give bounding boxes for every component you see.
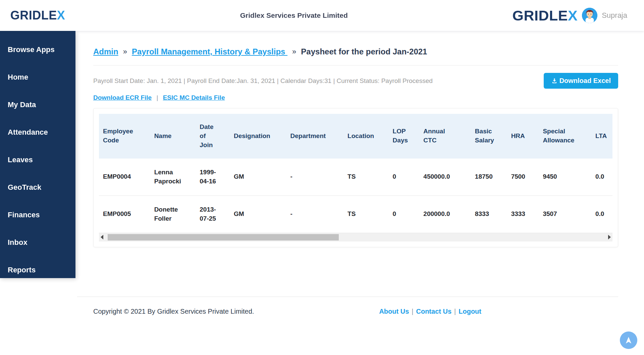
table-cell: 3333 bbox=[507, 195, 539, 233]
table-cell: TS bbox=[343, 195, 389, 233]
column-header-department: Department bbox=[286, 114, 344, 159]
sidebar-logo[interactable]: GRIDLEX bbox=[0, 0, 75, 31]
breadcrumb-separator-icon: » bbox=[123, 47, 127, 56]
table-cell-value: Lenna Paprocki bbox=[154, 168, 181, 186]
table-header-row: Employee CodeNameDate of JoinDesignation… bbox=[99, 114, 612, 159]
horizontal-scrollbar[interactable] bbox=[99, 233, 612, 241]
breadcrumb-current: Paysheet for the period Jan-2021 bbox=[301, 47, 427, 56]
breadcrumb-separator-icon: » bbox=[292, 47, 296, 56]
sidebar-item-geotrack[interactable]: GeoTrack bbox=[8, 183, 75, 192]
scroll-left-arrow-icon[interactable] bbox=[101, 235, 103, 239]
table-cell: EMP0004 bbox=[99, 159, 150, 195]
footer: Copyright © 2021 By Gridlex Services Pri… bbox=[77, 297, 618, 315]
table-cell-value: 8333 bbox=[475, 210, 489, 219]
copyright-text: Copyright © 2021 By Gridlex Services Pri… bbox=[93, 308, 254, 315]
table-cell: 0.0 bbox=[591, 195, 612, 233]
sidebar-item-label: Finances bbox=[8, 211, 40, 219]
avatar-woman-icon bbox=[582, 8, 597, 23]
gridlex-logo-left: GRIDLEX bbox=[10, 8, 65, 23]
table-cell-value: GM bbox=[234, 172, 244, 181]
esic-mc-details-file-link[interactable]: ESIC MC Details File bbox=[163, 94, 225, 101]
table-cell-value: 0 bbox=[393, 210, 396, 219]
user-avatar[interactable] bbox=[582, 8, 597, 23]
sidebar-item-attendance[interactable]: Attendance bbox=[8, 128, 75, 137]
sidebar-item-home[interactable]: Home bbox=[8, 73, 75, 82]
sidebar-item-inbox[interactable]: Inbox bbox=[8, 238, 75, 247]
column-header-label: LOP Days bbox=[393, 127, 408, 145]
column-header-label: Annual CTC bbox=[423, 127, 445, 145]
sidebar-item-browse-apps[interactable]: Browse Apps bbox=[8, 45, 75, 54]
column-header-lop-days: LOP Days bbox=[389, 114, 420, 159]
sidebar-item-my-data[interactable]: My Data bbox=[8, 100, 75, 109]
footer-link-about-us[interactable]: About Us bbox=[379, 308, 409, 315]
table-cell: GM bbox=[230, 195, 286, 233]
column-header-designation: Designation bbox=[230, 114, 286, 159]
gridlex-logo-right: GRIDLEX bbox=[513, 7, 578, 24]
table-cell: Lenna Paprocki bbox=[150, 159, 196, 195]
download-excel-button[interactable]: Download Excel bbox=[544, 73, 618, 89]
footer-links: About Us|Contact Us|Logout bbox=[379, 308, 481, 315]
sidebar-item-reports[interactable]: Reports bbox=[8, 265, 75, 274]
top-header: GRIDLEX Gridlex Services Private Limited… bbox=[0, 0, 644, 31]
column-header-label: Name bbox=[154, 132, 172, 141]
table-cell-value: 450000.0 bbox=[423, 172, 450, 181]
main-content: Admin » Payroll Management, History & Pa… bbox=[75, 0, 644, 315]
table-cell-value: TS bbox=[347, 172, 356, 181]
footer-link-contact-us[interactable]: Contact Us bbox=[416, 308, 451, 315]
scrollbar-thumb[interactable] bbox=[108, 234, 339, 240]
table-cell-value: 3507 bbox=[543, 210, 557, 219]
sidebar-item-label: Inbox bbox=[8, 238, 28, 247]
column-header-special-allowance: Special Allowance bbox=[539, 114, 591, 159]
table-cell-value: GM bbox=[234, 210, 244, 219]
table-cell-value: 7500 bbox=[511, 172, 525, 181]
column-header-label: Special Allowance bbox=[543, 127, 574, 145]
column-header-label: Department bbox=[290, 132, 326, 141]
column-header-label: Date of Join bbox=[200, 123, 213, 150]
file-links-separator: | bbox=[156, 94, 158, 101]
paysheet-table: Employee CodeNameDate of JoinDesignation… bbox=[99, 114, 612, 233]
sidebar-item-label: Browse Apps bbox=[8, 45, 55, 54]
table-cell: 8333 bbox=[471, 195, 507, 233]
table-cell-value: 9450 bbox=[543, 172, 557, 181]
sidebar-item-leaves[interactable]: Leaves bbox=[8, 155, 75, 164]
sidebar-item-label: My Data bbox=[8, 100, 36, 109]
user-name: Supraja bbox=[602, 11, 627, 20]
table-cell-value: 0.0 bbox=[595, 210, 604, 219]
table-cell: - bbox=[286, 159, 344, 195]
sidebar: Browse AppsHomeMy DataAttendanceLeavesGe… bbox=[0, 31, 75, 278]
table-cell-value: 2013-07-25 bbox=[200, 205, 216, 223]
column-header-lta: LTA bbox=[591, 114, 612, 159]
table-cell-value: 18750 bbox=[475, 172, 493, 181]
table-cell-value: EMP0004 bbox=[103, 172, 131, 181]
paysheet-table-card: Employee CodeNameDate of JoinDesignation… bbox=[93, 108, 618, 247]
table-cell: 3507 bbox=[539, 195, 591, 233]
column-header-employee-code: Employee Code bbox=[99, 114, 150, 159]
table-cell: TS bbox=[343, 159, 389, 195]
table-cell: 0 bbox=[389, 195, 420, 233]
table-cell: 7500 bbox=[507, 159, 539, 195]
scroll-right-arrow-icon[interactable] bbox=[608, 235, 611, 239]
breadcrumb-link-payroll-management[interactable]: Payroll Management, History & Payslips bbox=[132, 47, 287, 56]
up-arrow-icon bbox=[624, 336, 633, 345]
file-links: Download ECR File | ESIC MC Details File bbox=[93, 94, 618, 101]
breadcrumb-link-admin[interactable]: Admin bbox=[93, 47, 118, 56]
column-header-date-of-join: Date of Join bbox=[196, 114, 230, 159]
table-cell: - bbox=[286, 195, 344, 233]
column-header-label: LTA bbox=[595, 132, 607, 141]
column-header-name: Name bbox=[150, 114, 196, 159]
sidebar-item-label: Home bbox=[8, 73, 28, 81]
table-cell: 200000.0 bbox=[419, 195, 471, 233]
sidebar-item-finances[interactable]: Finances bbox=[8, 210, 75, 219]
column-header-label: Employee Code bbox=[103, 127, 133, 145]
column-header-hra: HRA bbox=[507, 114, 539, 159]
scroll-top-button[interactable] bbox=[620, 331, 637, 349]
table-cell: 1999-04-16 bbox=[196, 159, 230, 195]
column-header-basic-salary: Basic Salary bbox=[471, 114, 507, 159]
sidebar-item-label: Reports bbox=[8, 266, 36, 274]
footer-link-logout[interactable]: Logout bbox=[459, 308, 481, 315]
table-cell-value: TS bbox=[347, 210, 356, 219]
download-ecr-file-link[interactable]: Download ECR File bbox=[93, 94, 152, 101]
sidebar-item-label: GeoTrack bbox=[8, 183, 41, 191]
table-cell-value: Donette Foller bbox=[154, 205, 178, 223]
breadcrumb: Admin » Payroll Management, History & Pa… bbox=[93, 47, 618, 56]
